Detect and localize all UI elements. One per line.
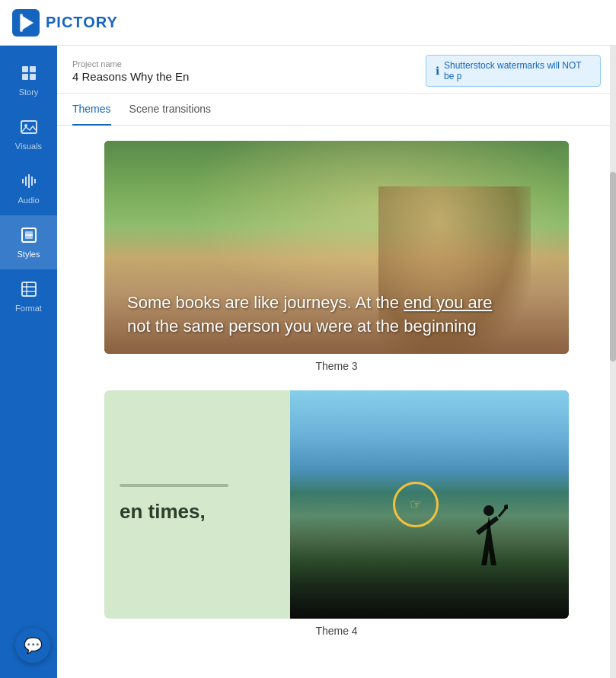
theme-4-partial-text: en times, [120, 499, 275, 525]
project-name-value: 4 Reasons Why the En [72, 70, 189, 83]
sidebar: Story Visuals Au [0, 46, 57, 678]
svg-rect-2 [20, 14, 23, 32]
scrollbar[interactable] [610, 46, 616, 678]
story-icon [20, 64, 38, 84]
sidebar-item-format-label: Format [15, 304, 42, 313]
sidebar-item-styles[interactable]: Styles [0, 215, 57, 269]
svg-rect-5 [22, 74, 28, 80]
theme-4-split: en times, [104, 390, 569, 619]
theme-3-label: Theme 3 [104, 354, 569, 378]
watermark-text: Shutterstock watermarks will NOT be p [444, 60, 591, 81]
sidebar-item-styles-label: Styles [18, 250, 40, 259]
svg-rect-3 [22, 66, 28, 72]
info-icon: ℹ [436, 65, 439, 77]
tabs-bar: Themes Scene transitions [57, 94, 616, 126]
sidebar-item-format[interactable]: Format [0, 269, 57, 323]
logo-icon [12, 9, 40, 37]
svg-rect-4 [30, 66, 36, 72]
chat-bubble[interactable]: 💬 [15, 628, 50, 663]
styles-icon [20, 226, 38, 247]
theme-3-quote: Some books are like journeys. At the end… [127, 291, 508, 339]
split-left-panel: en times, [104, 390, 290, 619]
text-placeholder [120, 484, 228, 487]
sidebar-item-audio[interactable]: Audio [0, 161, 57, 215]
audio-icon [20, 172, 38, 193]
tab-scene-transitions[interactable]: Scene transitions [129, 94, 211, 126]
theme-3-card[interactable]: Some books are like journeys. At the end… [104, 141, 569, 378]
project-info: Project name 4 Reasons Why the En [72, 59, 189, 83]
sidebar-item-visuals-label: Visuals [15, 142, 42, 151]
svg-line-13 [499, 508, 506, 517]
logo[interactable]: PICTORY [12, 9, 118, 37]
cursor-icon: ☞ [410, 496, 422, 513]
theme-3-background: Some books are like journeys. At the end… [104, 141, 569, 354]
project-bar: Project name 4 Reasons Why the En ℹ Shut… [57, 46, 616, 94]
climber-figure [470, 505, 508, 588]
svg-rect-7 [21, 121, 37, 133]
app-name: PICTORY [46, 14, 118, 31]
header: PICTORY [0, 0, 616, 46]
sidebar-item-story-label: Story [19, 88, 39, 97]
sidebar-item-audio-label: Audio [18, 196, 39, 205]
theme-4-label: Theme 4 [104, 619, 569, 643]
theme-4-card[interactable]: en times, [104, 390, 569, 643]
tab-themes[interactable]: Themes [72, 94, 111, 126]
sidebar-item-story[interactable]: Story [0, 53, 57, 107]
scrollbar-thumb [610, 172, 616, 361]
theme-3-image: Some books are like journeys. At the end… [104, 141, 569, 354]
svg-rect-11 [22, 282, 36, 296]
chat-icon: 💬 [24, 636, 43, 654]
svg-rect-6 [30, 74, 36, 80]
svg-point-12 [484, 505, 494, 516]
main-content: Project name 4 Reasons Why the En ℹ Shut… [57, 46, 616, 678]
theme-4-image: en times, [104, 390, 569, 619]
sidebar-item-visuals[interactable]: Visuals [0, 107, 57, 161]
watermark-notice: ℹ Shutterstock watermarks will NOT be p [426, 55, 601, 87]
format-icon [20, 280, 38, 301]
main-layout: Story Visuals Au [0, 46, 616, 678]
split-right-panel: ☞ [290, 390, 569, 619]
cursor-circle: ☞ [393, 482, 439, 527]
project-name-label: Project name [72, 59, 189, 68]
visuals-icon [20, 118, 38, 138]
content-area: Some books are like journeys. At the end… [57, 126, 616, 658]
